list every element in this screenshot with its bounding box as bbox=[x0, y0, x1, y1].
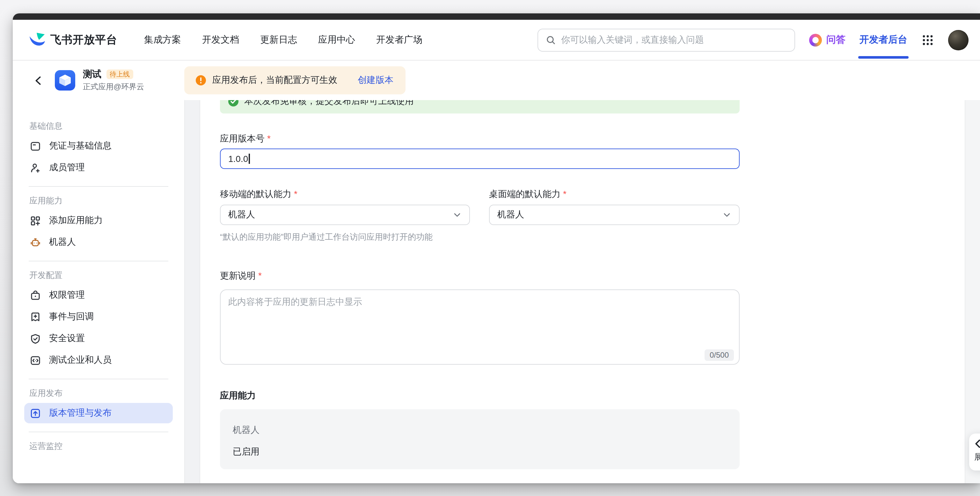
sidebar-divider bbox=[29, 432, 168, 432]
capability-name: 机器人 bbox=[233, 424, 727, 436]
version-value: 1.0.0 bbox=[228, 154, 248, 164]
mobile-capability-value: 机器人 bbox=[228, 209, 255, 221]
publish-warning-banner: 应用发布后，当前配置方可生效 创建版本 bbox=[184, 66, 406, 94]
sidebar-section-capabilities: 应用能力 bbox=[29, 195, 168, 207]
console-label: 开发者后台 bbox=[859, 34, 907, 45]
nav-app-center[interactable]: 应用中心 bbox=[318, 34, 355, 46]
developer-console-tab[interactable]: 开发者后台 bbox=[859, 34, 907, 46]
required-mark: * bbox=[294, 189, 298, 199]
apps-grid-icon[interactable] bbox=[921, 33, 934, 46]
expand-panel-button[interactable]: 展开 bbox=[969, 434, 980, 471]
sidebar-item-security[interactable]: 安全设置 bbox=[24, 328, 173, 349]
event-callback-icon bbox=[30, 312, 41, 322]
sidebar-item-label: 版本管理与发布 bbox=[49, 407, 111, 419]
sidebar-divider bbox=[29, 186, 168, 187]
sidebar-item-members[interactable]: 成员管理 bbox=[24, 157, 173, 178]
browser-window: 飞书开放平台 集成方案 开发文档 更新日志 应用中心 开发者广场 你可以输入关键… bbox=[13, 13, 980, 483]
warning-icon bbox=[196, 75, 206, 86]
app-icon bbox=[55, 70, 75, 91]
app-meta: 测试 待上线 正式应用@环界云 bbox=[83, 68, 144, 92]
nav-docs[interactable]: 开发文档 bbox=[202, 34, 239, 46]
publish-up-icon bbox=[30, 408, 41, 418]
member-add-icon bbox=[30, 162, 41, 173]
success-alert: 本次发布免审核，提交发布后即可上线使用 bbox=[220, 100, 740, 113]
mobile-capability-select[interactable]: 机器人 bbox=[220, 205, 470, 225]
version-input[interactable]: 1.0.0 bbox=[220, 149, 740, 169]
back-button[interactable] bbox=[30, 73, 46, 88]
global-nav: 集成方案 开发文档 更新日志 应用中心 开发者广场 bbox=[144, 34, 422, 46]
required-mark: * bbox=[267, 133, 270, 143]
logo-text: 飞书开放平台 bbox=[50, 32, 117, 47]
grid-add-icon bbox=[30, 215, 41, 226]
capability-card: 机器人 已启用 bbox=[220, 409, 740, 469]
nav-changelog[interactable]: 更新日志 bbox=[260, 34, 297, 46]
sidebar-item-add-capability[interactable]: 添加应用能力 bbox=[24, 210, 173, 231]
double-chevron-left-icon bbox=[974, 439, 980, 449]
version-label: 应用版本号* bbox=[220, 133, 740, 145]
sidebar-section-basic-info: 基础信息 bbox=[29, 121, 168, 132]
sidebar-item-label: 安全设置 bbox=[49, 333, 85, 344]
sidebar-section-monitoring: 运营监控 bbox=[29, 440, 168, 452]
window-titlebar bbox=[13, 13, 980, 20]
desktop-capability-value: 机器人 bbox=[497, 209, 524, 221]
sidebar-item-label: 添加应用能力 bbox=[49, 215, 103, 226]
sidebar-item-credentials[interactable]: 凭证与基础信息 bbox=[24, 136, 173, 156]
sidebar-item-version-release[interactable]: 版本管理与发布 bbox=[24, 403, 173, 423]
main-scrollbar-track[interactable] bbox=[965, 100, 980, 483]
capability-section-title: 应用能力 bbox=[220, 390, 740, 402]
app-subtitle: 正式应用@环界云 bbox=[83, 82, 144, 92]
active-tab-underline bbox=[858, 56, 908, 59]
update-notes-textarea[interactable] bbox=[220, 289, 740, 365]
char-counter: 0/500 bbox=[705, 349, 734, 361]
app-name: 测试 bbox=[83, 68, 101, 80]
sidebar-scrollbar-track[interactable] bbox=[184, 100, 200, 483]
required-mark: * bbox=[563, 189, 566, 199]
body-row: 基础信息 凭证与基础信息 bbox=[13, 100, 980, 483]
permission-lock-icon bbox=[30, 290, 41, 300]
chevron-left-icon bbox=[33, 76, 43, 85]
feishu-bird-icon bbox=[29, 32, 45, 48]
update-notes-label: 更新说明* bbox=[220, 270, 740, 282]
sidebar-divider bbox=[29, 261, 168, 261]
desktop-capability-select[interactable]: 机器人 bbox=[489, 205, 740, 225]
search-icon bbox=[546, 35, 556, 45]
sidebar-item-label: 成员管理 bbox=[49, 162, 85, 173]
shield-check-icon bbox=[30, 333, 41, 344]
main-content: 本次发布免审核，提交发布后即可上线使用 应用版本号* 1.0.0 移动端的默 bbox=[200, 100, 980, 483]
success-check-icon bbox=[228, 100, 239, 107]
qa-label: 问答 bbox=[826, 34, 845, 46]
chevron-down-icon bbox=[453, 210, 461, 219]
nav-dev-plaza[interactable]: 开发者广场 bbox=[376, 34, 422, 46]
global-header: 飞书开放平台 集成方案 开发文档 更新日志 应用中心 开发者广场 你可以输入关键… bbox=[13, 20, 980, 60]
search-input[interactable]: 你可以输入关键词，或直接输入问题 bbox=[538, 29, 795, 51]
sidebar-item-label: 凭证与基础信息 bbox=[49, 140, 111, 152]
expand-label: 展开 bbox=[974, 451, 980, 463]
required-mark: * bbox=[258, 270, 262, 280]
sidebar-section-dev-config: 开发配置 bbox=[29, 270, 168, 281]
qa-link[interactable]: 问答 bbox=[809, 33, 845, 46]
feishu-logo[interactable]: 飞书开放平台 bbox=[29, 32, 117, 48]
nav-integrations[interactable]: 集成方案 bbox=[144, 34, 181, 46]
sidebar-item-label: 事件与回调 bbox=[49, 311, 94, 323]
code-test-icon bbox=[30, 355, 41, 366]
create-version-link[interactable]: 创建版本 bbox=[358, 75, 393, 86]
chevron-down-icon bbox=[722, 210, 731, 219]
header-right: 你可以输入关键词，或直接输入问题 问答 开发者后台 bbox=[538, 29, 969, 51]
warning-text: 应用发布后，当前配置方可生效 bbox=[212, 75, 337, 86]
sidebar: 基础信息 凭证与基础信息 bbox=[13, 100, 184, 483]
sidebar-divider bbox=[29, 379, 168, 379]
id-card-icon bbox=[30, 141, 41, 151]
mobile-capability-label: 移动端的默认能力* bbox=[220, 189, 470, 200]
sidebar-item-permissions[interactable]: 权限管理 bbox=[24, 285, 173, 305]
robot-icon bbox=[30, 237, 41, 248]
user-avatar[interactable] bbox=[948, 30, 969, 50]
text-caret bbox=[249, 154, 250, 164]
sidebar-item-label: 测试企业和人员 bbox=[49, 355, 111, 366]
search-placeholder: 你可以输入关键词，或直接输入问题 bbox=[561, 34, 704, 46]
qa-ring-icon bbox=[809, 33, 822, 46]
sidebar-item-bot[interactable]: 机器人 bbox=[24, 232, 173, 253]
sidebar-item-events[interactable]: 事件与回调 bbox=[24, 307, 173, 327]
sidebar-item-test-company[interactable]: 测试企业和人员 bbox=[24, 350, 173, 370]
sidebar-item-label: 机器人 bbox=[49, 237, 76, 248]
sidebar-section-release: 应用发布 bbox=[29, 388, 168, 399]
